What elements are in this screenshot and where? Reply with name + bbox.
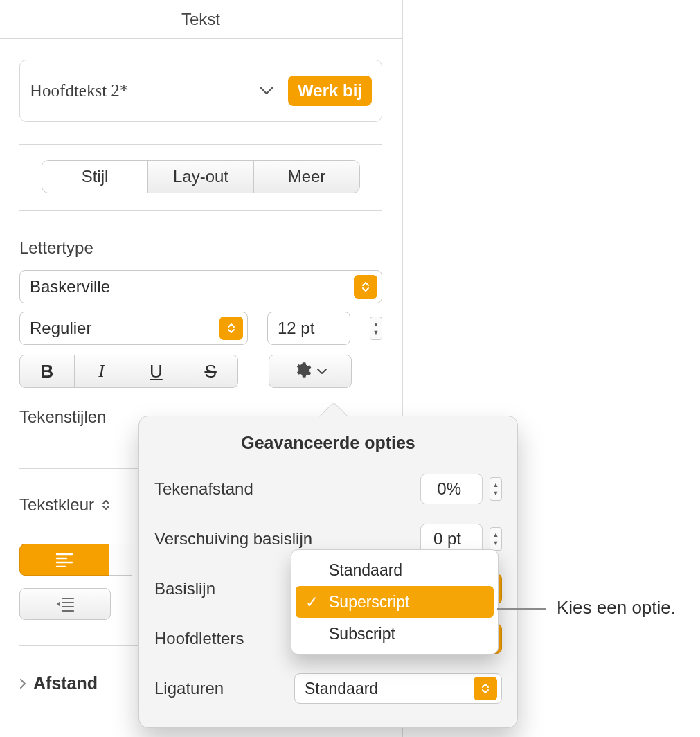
character-spacing-label: Tekenafstand: [154, 479, 253, 499]
panel-title: Tekst: [0, 0, 402, 39]
ligatures-value: Standaard: [305, 680, 378, 698]
baseline-menu: Standaard ✓ Superscript Subscript: [291, 549, 499, 655]
baseline-shift-stepper[interactable]: ▲ ▼: [490, 527, 502, 551]
alignment-remainder: [109, 544, 132, 576]
chevron-down-icon[interactable]: [255, 79, 278, 103]
popup-arrows-icon: [100, 499, 112, 511]
decrease-indent-button[interactable]: [19, 588, 111, 620]
tab-layout[interactable]: Lay-out: [148, 161, 254, 193]
spacing-label: Afstand: [33, 673, 98, 693]
text-color-label: Tekstkleur: [19, 495, 94, 515]
strikethrough-button[interactable]: S: [183, 355, 237, 387]
divider: [19, 144, 382, 145]
font-family-value: Baskerville: [30, 277, 110, 296]
chevron-up-icon: ▲: [493, 531, 499, 538]
ligatures-select[interactable]: Standaard: [294, 673, 502, 704]
capitalization-label: Hoofdletters: [154, 629, 244, 648]
font-section-label: Lettertype: [19, 238, 382, 258]
chevron-up-icon: ▲: [493, 481, 499, 488]
chevron-down-icon: [317, 365, 327, 378]
popup-arrows-icon: [474, 677, 497, 700]
align-left-button[interactable]: [19, 544, 109, 576]
paragraph-style-name[interactable]: Hoofdtekst 2*: [30, 81, 245, 100]
divider: [19, 210, 382, 211]
ligatures-label: Ligaturen: [154, 679, 224, 698]
menu-item-label: Superscript: [329, 593, 409, 612]
callout-line: [497, 608, 546, 610]
baseline-label: Basislijn: [154, 579, 215, 598]
font-family-select[interactable]: Baskerville: [19, 270, 382, 303]
paragraph-style-box: Hoofdtekst 2* Werk bij: [19, 60, 382, 122]
menu-item-label: Subscript: [329, 625, 395, 643]
baseline-option-subscript[interactable]: Subscript: [296, 618, 494, 650]
inspector-tabs: Stijl Lay-out Meer: [42, 160, 360, 193]
baseline-option-superscript[interactable]: ✓ Superscript: [296, 586, 494, 618]
font-weight-value: Regulier: [30, 319, 91, 338]
character-spacing-stepper[interactable]: ▲ ▼: [490, 477, 502, 501]
italic-button[interactable]: I: [75, 355, 129, 387]
gear-icon: [294, 361, 312, 382]
tab-more[interactable]: Meer: [254, 161, 359, 193]
chevron-down-icon: ▼: [493, 490, 499, 497]
font-style-group: B I U S: [19, 355, 238, 388]
chevron-down-icon: ▼: [493, 540, 499, 547]
popup-arrows-icon: [354, 275, 377, 299]
font-size-field[interactable]: 12 pt: [267, 312, 350, 345]
advanced-options-button[interactable]: [269, 355, 352, 388]
font-weight-select[interactable]: Regulier: [19, 312, 248, 345]
font-size-value: 12 pt: [278, 319, 314, 338]
bold-button[interactable]: B: [20, 355, 75, 387]
popup-arrows-icon: [219, 317, 243, 340]
callout-text: Kies een optie.: [557, 597, 676, 619]
baseline-option-standard[interactable]: Standaard: [296, 554, 494, 586]
tab-style[interactable]: Stijl: [42, 161, 148, 193]
update-style-button[interactable]: Werk bij: [288, 76, 372, 106]
chevron-up-icon: ▲: [373, 321, 379, 328]
chevron-right-icon: [19, 673, 26, 693]
baseline-shift-label: Verschuiving basislijn: [154, 529, 312, 549]
font-size-stepper[interactable]: ▲ ▼: [370, 317, 382, 340]
character-spacing-field[interactable]: 0%: [420, 474, 483, 504]
checkmark-icon: ✓: [304, 593, 319, 612]
underline-button[interactable]: U: [129, 355, 184, 387]
menu-item-label: Standaard: [329, 561, 402, 580]
chevron-down-icon: ▼: [373, 330, 379, 336]
